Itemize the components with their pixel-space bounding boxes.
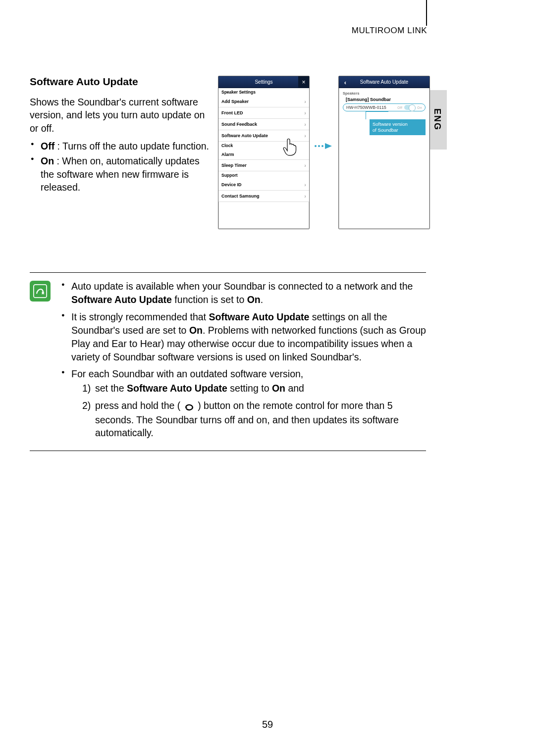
software-auto-update-screen: ‹ Software Auto Update Speakers [Samsung… — [338, 76, 430, 229]
row-device-id[interactable]: Device ID› — [218, 179, 309, 191]
callout-line1: Software version — [373, 121, 423, 127]
bullet-on-text: : When on, automatically updates the sof… — [41, 155, 200, 193]
note-text: For each Soundbar with an outdated softw… — [71, 368, 303, 379]
bullet-on-label: On — [41, 155, 54, 166]
row-add-speaker[interactable]: Add Speaker› — [218, 96, 309, 107]
chevron-right-icon: › — [304, 99, 306, 104]
chevron-right-icon: › — [304, 110, 306, 116]
row-contact-samsung[interactable]: Contact Samsung› — [218, 191, 309, 202]
note-bold: On — [189, 325, 203, 336]
section-header: MULTIROOM LINK — [30, 26, 427, 39]
language-tab-label: ENG — [432, 108, 442, 131]
bullet-off-text: : Turns off the auto update function. — [54, 141, 209, 151]
toggle-off-label: Off — [397, 106, 402, 109]
step-number: 2) — [82, 399, 91, 412]
note-icon — [30, 281, 51, 302]
hand-pointer-icon — [281, 138, 298, 157]
bullet-off: Off : Turns off the auto update function… — [30, 140, 213, 152]
chevron-right-icon: › — [304, 133, 306, 139]
note-text: It is strongly recommended that — [71, 311, 209, 322]
repeat-icon — [183, 400, 195, 413]
note-bold: Software Auto Update — [71, 294, 172, 305]
toggle-switch[interactable] — [404, 105, 415, 110]
note-item-3: For each Soundbar with an outdated softw… — [60, 367, 426, 440]
bullet-off-label: Off — [41, 141, 54, 151]
callout-box: Software version of Soundbar — [370, 119, 426, 135]
row-label: Contact Samsung — [221, 194, 260, 199]
row-front-led[interactable]: Front LED› — [218, 107, 309, 119]
chevron-right-icon: › — [304, 162, 306, 168]
language-tab: ENG — [427, 90, 447, 150]
row-label: Device ID — [221, 182, 242, 187]
settings-header: Settings × — [218, 76, 309, 88]
section-description: Shows the Soundbar's current software ve… — [30, 96, 213, 135]
chevron-right-icon: › — [304, 121, 306, 127]
row-label: Sound Feedback — [221, 122, 257, 127]
note-text: Auto update is available when your Sound… — [71, 281, 413, 292]
note-text: . — [261, 294, 263, 305]
close-icon[interactable]: × — [298, 76, 309, 88]
note-text: setting to — [227, 383, 272, 394]
sau-version-text: HW-H750WWB-0115 — [346, 105, 386, 110]
bullet-on: On : When on, automatically updates the … — [30, 154, 213, 194]
note-text: and — [285, 383, 304, 394]
svg-rect-3 — [34, 285, 47, 298]
note-text: set the — [95, 383, 127, 394]
row-label: Software Auto Update — [221, 133, 268, 138]
row-label: Add Speaker — [221, 99, 249, 104]
note-sub-1: 1)set the Software Auto Update setting t… — [82, 382, 426, 395]
toggle-on-label: On — [417, 106, 422, 109]
svg-point-0 — [315, 145, 317, 147]
settings-section-support: Support — [218, 171, 309, 179]
settings-title: Settings — [255, 79, 272, 85]
note-sub-2: 2)press and hold the ( ) button on the r… — [82, 399, 426, 440]
chevron-right-icon: › — [304, 182, 306, 188]
note-item-2: It is strongly recommended that Software… — [60, 310, 426, 364]
row-label: Front LED — [221, 110, 243, 115]
note-bold: Software Auto Update — [209, 311, 309, 322]
note-bold: On — [272, 383, 285, 394]
callout-line2: of Soundbar — [373, 127, 423, 133]
step-number: 1) — [82, 382, 91, 395]
svg-point-2 — [321, 145, 323, 147]
speakers-label: Speakers — [343, 91, 426, 96]
callout-connector — [366, 111, 388, 119]
note-bold: On — [247, 294, 261, 305]
sau-device-name: [Samsung] Soundbar — [341, 97, 428, 102]
sau-title: Software Auto Update — [360, 79, 408, 85]
sau-header: ‹ Software Auto Update — [339, 76, 429, 88]
row-sleep-timer[interactable]: Sleep Timer› — [218, 160, 309, 171]
settings-section-speaker: Speaker Settings — [218, 88, 309, 96]
row-label: Alarm — [221, 152, 234, 157]
page-number: 59 — [0, 719, 535, 730]
note-bold: Software Auto Update — [127, 383, 227, 394]
arrow-right-icon — [314, 140, 334, 152]
svg-point-1 — [318, 145, 320, 147]
header-right-border — [426, 0, 427, 26]
row-label: Sleep Timer — [221, 163, 247, 168]
sau-version-row[interactable]: HW-H750WWB-0115 Off On — [343, 103, 426, 111]
row-sound-feedback[interactable]: Sound Feedback› — [218, 119, 309, 130]
back-icon[interactable]: ‹ — [341, 76, 350, 88]
note-item-1: Auto update is available when your Sound… — [60, 280, 426, 306]
note-text: function is set to — [172, 294, 247, 305]
chevron-right-icon: › — [304, 193, 306, 199]
note-text: press and hold the ( — [95, 400, 183, 411]
note-box: Auto update is available when your Sound… — [30, 272, 426, 451]
